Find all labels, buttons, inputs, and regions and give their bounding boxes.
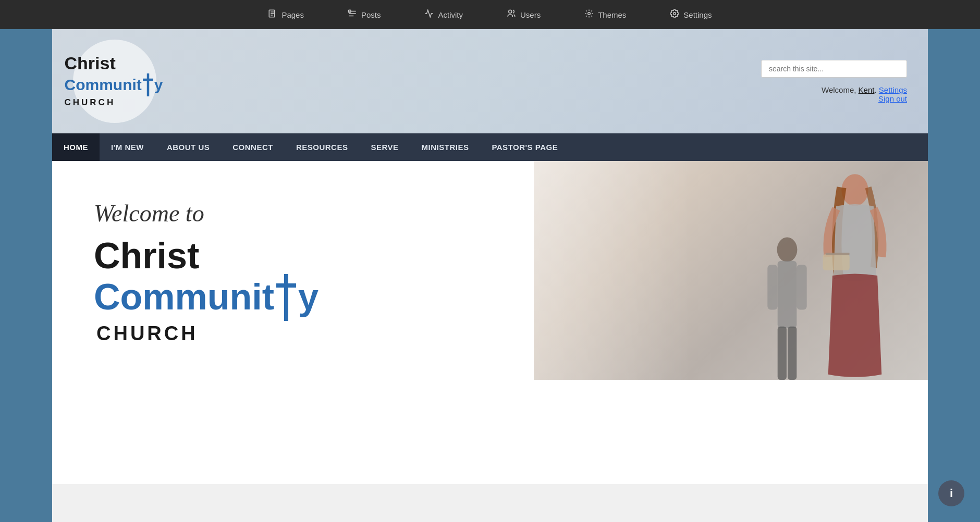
nav-im-new[interactable]: I'M NEW — [100, 133, 155, 161]
welcome-section: Welcome to Christ Communit y CHURCH — [52, 161, 928, 380]
themes-icon — [584, 9, 594, 20]
svg-rect-11 — [767, 265, 777, 309]
username-link[interactable]: Kent — [859, 85, 875, 94]
logo-community-text: Communit — [65, 77, 142, 93]
logo-church: CHURCH — [65, 96, 116, 109]
signout-link[interactable]: Sign out — [878, 94, 907, 103]
admin-posts[interactable]: Posts — [341, 6, 387, 23]
posts-icon — [348, 9, 357, 20]
nav-about-us[interactable]: ABOUT US — [155, 133, 221, 161]
admin-users[interactable]: Users — [500, 6, 547, 23]
svg-rect-14 — [788, 327, 797, 380]
svg-rect-10 — [778, 261, 797, 328]
admin-bar: Pages Posts Activity Users — [0, 0, 980, 29]
pages-label: Pages — [281, 10, 304, 19]
header-right: Welcome, Kent. Settings Sign out — [761, 60, 907, 103]
logo-community-row: Communit y — [65, 73, 163, 96]
person2-silhouette — [808, 171, 902, 380]
nav-serve[interactable]: SERVE — [359, 133, 410, 161]
welcome-text: Welcome, — [822, 85, 856, 94]
main-nav: HOME I'M NEW ABOUT US CONNECT RESOURCES … — [52, 133, 928, 161]
welcome-to: Welcome to — [94, 200, 204, 227]
logo-content: Christ Communit y CHURCH — [59, 48, 170, 114]
users-label: Users — [520, 10, 541, 19]
nav-ministries[interactable]: MINISTRIES — [410, 133, 481, 161]
info-button[interactable]: i — [938, 480, 964, 506]
big-community-text: Communit — [94, 277, 274, 317]
logo-christ: Christ — [65, 54, 116, 73]
svg-point-3 — [588, 13, 591, 15]
activity-icon — [424, 9, 434, 20]
info-icon: i — [950, 487, 953, 500]
site-header: Christ Communit y CHURCH — [52, 29, 928, 133]
admin-pages[interactable]: Pages — [262, 6, 310, 23]
main-content: Welcome to Christ Communit y CHURCH — [52, 161, 928, 484]
welcome-photo — [534, 161, 928, 380]
logo-cross-svg — [142, 73, 154, 96]
header-settings-link[interactable]: Settings — [879, 85, 907, 94]
users-icon — [507, 9, 516, 20]
nav-resources[interactable]: RESOURCES — [285, 133, 360, 161]
themes-label: Themes — [598, 10, 626, 19]
big-community-y: y — [298, 277, 318, 317]
user-info: Welcome, Kent. Settings Sign out — [822, 85, 907, 103]
activity-label: Activity — [438, 10, 463, 19]
posts-label: Posts — [361, 10, 381, 19]
admin-themes[interactable]: Themes — [578, 6, 632, 23]
big-logo: Christ Communit y CHURCH — [94, 238, 318, 346]
pages-icon — [268, 9, 277, 20]
welcome-text-area: Welcome to Christ Communit y CHURCH — [52, 161, 534, 380]
nav-home[interactable]: HOME — [52, 133, 100, 161]
search-input[interactable] — [761, 60, 907, 78]
svg-rect-17 — [826, 253, 850, 255]
settings-icon — [670, 9, 679, 20]
svg-point-2 — [509, 10, 512, 13]
svg-rect-13 — [778, 327, 787, 380]
logo-area: Christ Communit y CHURCH — [73, 40, 156, 123]
admin-activity[interactable]: Activity — [418, 6, 469, 23]
big-cross-svg — [275, 274, 297, 321]
logo-circle: Christ Communit y CHURCH — [73, 40, 156, 123]
svg-point-4 — [673, 13, 676, 15]
big-logo-church: CHURCH — [94, 321, 318, 346]
logo-community-y: y — [154, 77, 163, 93]
big-logo-christ: Christ — [94, 238, 318, 274]
nav-pastors-page[interactable]: PASTOR'S PAGE — [480, 133, 569, 161]
svg-point-9 — [777, 237, 798, 262]
settings-label: Settings — [683, 10, 712, 19]
logo-text-lines: Christ Communit y CHURCH — [65, 54, 163, 108]
admin-settings[interactable]: Settings — [664, 6, 718, 23]
svg-rect-16 — [823, 254, 849, 270]
person1-silhouette — [761, 234, 813, 380]
nav-connect[interactable]: CONNECT — [221, 133, 285, 161]
site-wrapper: Christ Communit y CHURCH — [52, 29, 928, 522]
svg-rect-12 — [797, 265, 806, 309]
big-logo-community-row: Communit y — [94, 274, 318, 321]
